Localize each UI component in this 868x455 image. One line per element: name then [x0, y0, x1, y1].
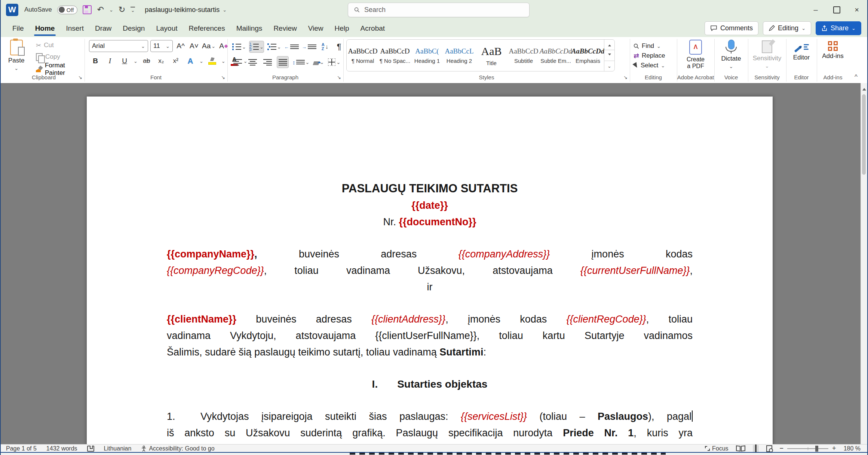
- text-effects-chevron-icon[interactable]: ⌄: [199, 59, 203, 64]
- tab-draw[interactable]: Draw: [90, 21, 116, 36]
- font-size-combobox[interactable]: 11 ⌄: [150, 40, 173, 52]
- format-painter-button[interactable]: Format Painter: [36, 64, 85, 74]
- sensitivity-button[interactable]: Sensitivity ⌄: [748, 40, 786, 68]
- italic-button[interactable]: I: [104, 55, 116, 67]
- decrease-indent-button[interactable]: ←: [284, 41, 299, 52]
- tab-layout[interactable]: Layout: [151, 21, 182, 36]
- zoom-in-icon[interactable]: +: [832, 445, 836, 452]
- align-right-button[interactable]: [262, 57, 273, 68]
- grow-font-button[interactable]: A^: [175, 40, 186, 52]
- focus-mode-button[interactable]: Focus: [705, 445, 729, 452]
- sort-button[interactable]: AZ↓: [319, 41, 331, 52]
- editor-button[interactable]: Editor: [786, 41, 817, 61]
- numbering-button[interactable]: 123⌄: [249, 41, 264, 53]
- dictate-button[interactable]: Dictate ⌄: [714, 40, 748, 69]
- change-case-button[interactable]: Aa⌄: [202, 40, 215, 52]
- select-button[interactable]: Select ⌄: [634, 61, 665, 70]
- styles-dialog-launcher-icon[interactable]: ↘: [623, 74, 628, 80]
- zoom-out-icon[interactable]: −: [780, 445, 784, 452]
- underline-chevron-icon[interactable]: ⌄: [134, 59, 138, 64]
- tab-review[interactable]: Review: [269, 21, 301, 36]
- tab-help[interactable]: Help: [330, 21, 354, 36]
- autosave-toggle[interactable]: Off: [57, 6, 78, 14]
- zoom-level[interactable]: 180 %: [844, 445, 861, 452]
- clipboard-dialog-launcher-icon[interactable]: ↘: [78, 74, 82, 80]
- web-layout-button[interactable]: [766, 445, 772, 452]
- maximize-button[interactable]: [826, 0, 847, 19]
- subscript-button[interactable]: x₂: [156, 55, 167, 67]
- shrink-font-button[interactable]: A˅: [188, 40, 200, 52]
- proofing-button[interactable]: [87, 446, 94, 452]
- replace-button[interactable]: ⇄ Replace: [634, 51, 665, 61]
- styles-scroll-up-button[interactable]: [604, 40, 614, 50]
- style-heading-1[interactable]: AaBbC(Heading 1: [411, 40, 443, 71]
- word-logo-icon[interactable]: W: [6, 4, 18, 16]
- tab-references[interactable]: References: [184, 21, 230, 36]
- undo-dropdown-chevron-icon[interactable]: ⌄: [109, 7, 113, 12]
- highlight-chevron-icon[interactable]: ⌄: [221, 59, 226, 64]
- close-button[interactable]: ×: [846, 0, 867, 19]
- vertical-scrollbar[interactable]: [861, 83, 867, 444]
- borders-button[interactable]: ⌄: [328, 57, 340, 68]
- font-dialog-launcher-icon[interactable]: ↘: [221, 74, 225, 80]
- scrollbar-up-icon[interactable]: [862, 86, 866, 91]
- style-normal[interactable]: AaBbCcD¶ Normal: [347, 40, 379, 71]
- scrollbar-thumb[interactable]: [862, 94, 866, 175]
- accessibility-checker[interactable]: Accessibility: Good to go: [141, 445, 214, 452]
- align-left-button[interactable]: [232, 57, 243, 68]
- paragraph-dialog-launcher-icon[interactable]: ↘: [337, 74, 341, 80]
- minimize-button[interactable]: –: [805, 0, 826, 19]
- shading-button[interactable]: ⌄: [313, 57, 324, 68]
- word-count[interactable]: 1432 words: [46, 445, 77, 452]
- document-page[interactable]: PASLAUGŲ TEIKIMO SUTARTIS {{date}} Nr. {…: [87, 97, 773, 444]
- tab-mailings[interactable]: Mailings: [231, 21, 267, 36]
- tab-file[interactable]: File: [7, 21, 29, 36]
- read-mode-button[interactable]: [736, 446, 745, 451]
- line-spacing-button[interactable]: ↕⌄: [292, 57, 309, 68]
- align-center-button[interactable]: [247, 57, 258, 68]
- tab-design[interactable]: Design: [118, 21, 150, 36]
- create-pdf-button[interactable]: Λ Createa PDF: [677, 40, 714, 70]
- underline-button[interactable]: U: [119, 55, 130, 67]
- bold-button[interactable]: B: [90, 55, 101, 67]
- text-effects-button[interactable]: A: [185, 55, 196, 67]
- styles-scroll-down-button[interactable]: [604, 50, 614, 61]
- tab-home[interactable]: Home: [30, 21, 60, 36]
- style-subtitle[interactable]: AaBbCcDSubtitle: [507, 40, 540, 71]
- editing-mode-button[interactable]: Editing ⌄: [763, 21, 811, 35]
- styles-gallery-expand-button[interactable]: ⌄: [604, 61, 614, 71]
- redo-icon[interactable]: ↻: [119, 6, 125, 14]
- comments-button[interactable]: Comments: [705, 21, 758, 35]
- copy-button[interactable]: Copy: [36, 52, 85, 62]
- tab-insert[interactable]: Insert: [61, 21, 89, 36]
- multilevel-list-button[interactable]: ⌄: [267, 41, 281, 52]
- font-name-combobox[interactable]: Arial ⌄: [89, 40, 148, 52]
- tab-acrobat[interactable]: Acrobat: [356, 21, 390, 36]
- undo-icon[interactable]: ↶: [97, 6, 104, 14]
- increase-indent-button[interactable]: →: [302, 41, 316, 52]
- style-subtle-emphasis[interactable]: AaBbCcDdSubtle Em...: [540, 40, 572, 71]
- cut-button[interactable]: ✂Cut: [36, 40, 85, 50]
- paste-button[interactable]: Paste ⌄: [8, 40, 24, 71]
- document-title[interactable]: paslaugu-teikimo-sutartis ⌄: [145, 6, 227, 14]
- share-button[interactable]: Share ⌄: [816, 21, 861, 35]
- style-heading-2[interactable]: AaBbCcLHeading 2: [443, 40, 475, 71]
- find-button[interactable]: Find ⌄: [634, 41, 665, 51]
- strikethrough-button[interactable]: ab: [141, 55, 152, 67]
- zoom-track[interactable]: [787, 448, 828, 449]
- zoom-thumb[interactable]: [815, 446, 818, 452]
- search-input[interactable]: Search: [348, 3, 530, 17]
- page-indicator[interactable]: Page 1 of 5: [6, 445, 37, 452]
- style-title[interactable]: AaBTitle: [475, 40, 507, 71]
- justify-button[interactable]: [277, 56, 289, 68]
- style-no-spacing[interactable]: AaBbCcD¶ No Spac...: [379, 40, 411, 71]
- customize-qat-icon[interactable]: ⌄: [131, 7, 135, 13]
- language-indicator[interactable]: Lithuanian: [104, 445, 132, 452]
- style-emphasis[interactable]: AaBbCcDdEmphasis: [572, 40, 604, 71]
- zoom-slider[interactable]: − +: [780, 445, 836, 452]
- print-layout-button[interactable]: [753, 445, 759, 452]
- save-icon[interactable]: [83, 5, 92, 14]
- bullets-button[interactable]: ⌄: [232, 41, 246, 52]
- tab-view[interactable]: View: [303, 21, 328, 36]
- collapse-ribbon-icon[interactable]: ^: [855, 73, 858, 81]
